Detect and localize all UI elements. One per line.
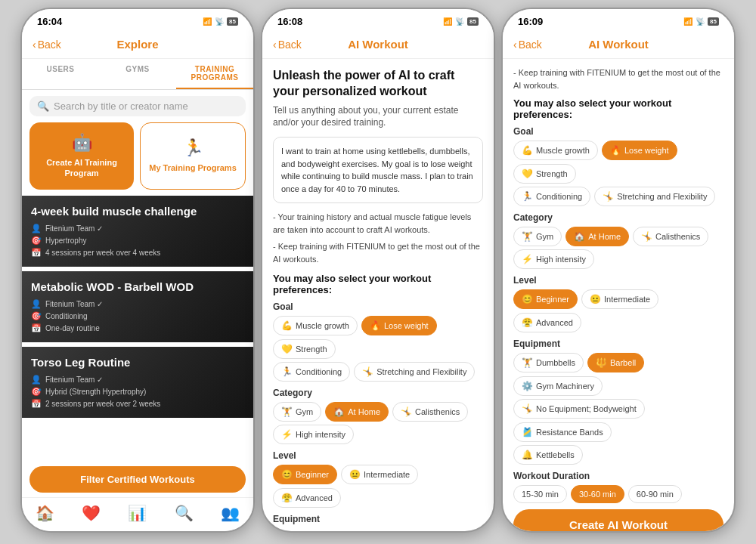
prefs-label: You may also select your workout prefere… <box>273 273 483 295</box>
goal-label-2: Goal <box>273 301 483 312</box>
chip-beginner[interactable]: 😊Beginner <box>273 465 337 484</box>
ai-textarea[interactable]: I want to train at home using kettlebell… <box>273 137 483 203</box>
tab-training-programs[interactable]: TRAINING PROGRAMS <box>176 59 253 89</box>
duration-label: Workout Duration <box>513 471 723 481</box>
nav-title-2: AI Workout <box>348 38 408 51</box>
goal-label-3: Goal <box>513 126 723 137</box>
action-cards: 🤖 Create AI Training Program 🏃 My Traini… <box>22 122 253 196</box>
back-button-1[interactable]: ‹Back <box>33 39 61 51</box>
tab-gyms[interactable]: GYMS <box>99 59 176 89</box>
status-bar-1: 16:04 📶 📡 85 <box>22 9 253 30</box>
nav-bar-2: ‹Back AI Workout <box>262 30 494 59</box>
chip-barbell[interactable]: 🔱Barbell <box>587 353 644 372</box>
wifi-icon: 📡 <box>455 17 464 26</box>
chip-30-60[interactable]: 30-60 min <box>571 485 624 503</box>
my-programs-label: My Training Programs <box>149 162 237 173</box>
chip-stretching-3[interactable]: 🤸Stretching and Flexibility <box>594 187 715 206</box>
phones-container: 16:04 📶 📡 85 ‹Back Explore USERS GYMS TR… <box>0 0 756 544</box>
chip-lose-weight-3[interactable]: 🔥Lose weight <box>602 141 677 160</box>
nav-bar-1: ‹Back Explore <box>22 30 253 59</box>
ai-note-2: - Keep training with FITENIUM to get the… <box>273 240 483 265</box>
chip-advanced[interactable]: 😤Advanced <box>273 488 341 508</box>
program-title: Torso Leg Routine <box>31 356 244 369</box>
chip-muscle-growth[interactable]: 💪Muscle growth <box>273 316 358 335</box>
chip-strength-3[interactable]: 💛Strength <box>513 164 576 184</box>
chip-15-30[interactable]: 15-30 min <box>513 485 567 503</box>
chip-calisthenics-3[interactable]: 🤸Calisthenics <box>633 227 708 246</box>
chip-no-equipment[interactable]: 🤸No Equipment; Bodyweight <box>513 399 645 419</box>
chip-advanced-3[interactable]: 😤Advanced <box>513 313 581 332</box>
category-label-3: Category <box>513 212 723 223</box>
create-ai-label: Create AI Training Program <box>37 157 126 179</box>
status-icons-1: 📶 📡 85 <box>203 17 238 26</box>
chart-icon[interactable]: 📊 <box>128 504 147 522</box>
phone-2: 16:08 📶 📡 85 ‹Back AI Workout Unleash th… <box>261 8 495 533</box>
nav-title-1: Explore <box>116 38 158 51</box>
chip-dumbbells[interactable]: 🏋Dumbbells <box>513 353 584 372</box>
prefs-label-3: You may also select your workout prefere… <box>513 97 723 120</box>
list-item[interactable]: 4-week build muscle challenge 👤Fitenium … <box>22 196 253 267</box>
chip-muscle-growth-3[interactable]: 💪Muscle growth <box>513 141 598 160</box>
tab-users[interactable]: USERS <box>22 59 99 89</box>
back-button-2[interactable]: ‹Back <box>273 39 302 51</box>
list-item[interactable]: Metabolic WOD - Barbell WOD 👤Fitenium Te… <box>22 271 253 342</box>
nav-bar-3: ‹Back AI Workout <box>503 30 734 59</box>
level-label-3: Level <box>513 275 723 286</box>
goal-chips-2: 🏃Conditioning 🤸Stretching and Flexibilit… <box>273 362 483 382</box>
chip-strength[interactable]: 💛Strength <box>273 339 336 359</box>
program-title: Metabolic WOD - Barbell WOD <box>31 280 244 293</box>
chip-60-90[interactable]: 60-90 min <box>628 485 682 503</box>
back-button-3[interactable]: ‹Back <box>513 39 542 51</box>
filter-certified-button[interactable]: Filter Certified Workouts <box>29 466 246 493</box>
chip-resistance-bands[interactable]: 🎽Resistance Bands <box>513 422 612 442</box>
status-bar-2: 16:08 📶 📡 85 <box>262 9 494 30</box>
chip-stretching[interactable]: 🤸Stretching and Flexibility <box>354 362 475 382</box>
chip-beginner-3[interactable]: 😊Beginner <box>513 289 578 309</box>
chip-conditioning[interactable]: 🏃Conditioning <box>273 362 350 382</box>
people-icon[interactable]: 👥 <box>221 504 240 522</box>
chip-at-home-3[interactable]: 🏠At Home <box>565 227 629 246</box>
wifi-icon: 📡 <box>696 17 705 26</box>
battery-2: 85 <box>467 17 479 26</box>
battery-1: 85 <box>227 17 238 26</box>
chip-conditioning-3[interactable]: 🏃Conditioning <box>513 187 590 206</box>
signal-icon: 📶 <box>203 17 212 26</box>
chip-gym-machinery[interactable]: ⚙️Gym Machinery <box>513 376 603 396</box>
status-icons-2: 📶 📡 85 <box>443 17 479 26</box>
chip-high-intensity-3[interactable]: ⚡High intensity <box>513 249 594 269</box>
create-ai-workout-button[interactable]: Create AI Workout <box>513 509 723 531</box>
category-label-2: Category <box>273 388 483 398</box>
list-item[interactable]: Torso Leg Routine 👤Fitenium Team ✓ 🎯Hybr… <box>22 347 253 418</box>
nav-title-3: AI Workout <box>588 38 649 51</box>
chip-at-home[interactable]: 🏠At Home <box>325 402 389 422</box>
signal-icon: 📶 <box>443 17 452 26</box>
create-ai-card[interactable]: 🤖 Create AI Training Program <box>29 122 134 190</box>
ai-icon: 🤖 <box>72 133 92 153</box>
battery-3: 85 <box>708 17 719 26</box>
bottom-nav: 🏠 ❤️ 📊 🔍 👥 <box>22 497 253 531</box>
top-note-3: - Keep training with FITENIUM to get the… <box>513 66 723 91</box>
chip-intermediate[interactable]: 😐Intermediate <box>341 465 418 484</box>
ai-content-2: Unleash the power of AI to craft your pe… <box>262 59 494 531</box>
chip-kettlebells[interactable]: 🔔Kettlebells <box>513 445 583 465</box>
level-chips: 😊Beginner 😐Intermediate 😤Advanced <box>273 465 483 508</box>
heart-icon[interactable]: ❤️ <box>82 504 101 522</box>
chip-gym-3[interactable]: 🏋Gym <box>513 227 562 246</box>
filter-btn-wrap: Filter Certified Workouts <box>22 462 253 497</box>
chip-intermediate-3[interactable]: 😐Intermediate <box>581 289 658 309</box>
phone-1: 16:04 📶 📡 85 ‹Back Explore USERS GYMS TR… <box>20 8 255 533</box>
chip-lose-weight[interactable]: 🔥Lose weight <box>361 316 437 335</box>
chip-gym[interactable]: 🏋Gym <box>273 402 321 422</box>
home-icon[interactable]: 🏠 <box>36 504 54 522</box>
my-programs-card[interactable]: 🏃 My Training Programs <box>140 122 246 190</box>
search-icon-nav[interactable]: 🔍 <box>175 504 194 522</box>
search-placeholder: Search by title or creator name <box>54 100 188 112</box>
chip-calisthenics[interactable]: 🤸Calisthenics <box>392 402 468 422</box>
search-bar[interactable]: 🔍 Search by title or creator name <box>29 96 246 116</box>
ai-note-1: - Your training history and actual muscl… <box>273 211 483 236</box>
program-list: 4-week build muscle challenge 👤Fitenium … <box>22 196 253 462</box>
program-title: 4-week build muscle challenge <box>31 205 244 218</box>
status-icons-3: 📶 📡 85 <box>683 17 719 26</box>
ai-headline: Unleash the power of AI to craft your pe… <box>273 68 483 100</box>
chip-high-intensity[interactable]: ⚡High intensity <box>273 425 354 444</box>
